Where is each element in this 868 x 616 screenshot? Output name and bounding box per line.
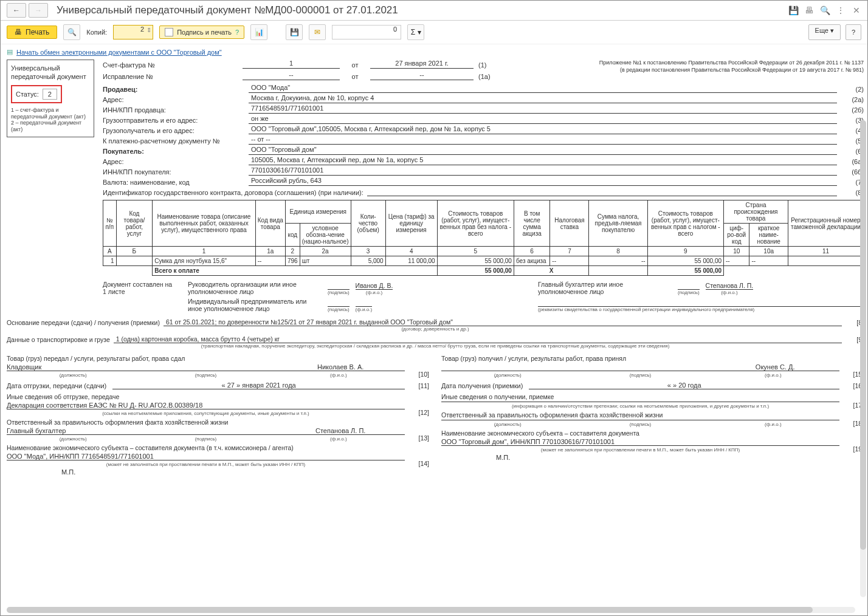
document-area: Универсальный передаточный документ Стат… bbox=[1, 60, 867, 615]
transfer-section: Товар (груз) передал / услуги, результат… bbox=[7, 355, 429, 476]
doc-type-label: Универсальный передаточный документ bbox=[11, 64, 90, 81]
mail-button[interactable]: ✉ bbox=[309, 24, 326, 40]
status-note: 1 – счет-фактура и передаточный документ… bbox=[11, 107, 90, 133]
status-box: Статус: 2 bbox=[11, 85, 62, 103]
status-value: 2 bbox=[43, 89, 57, 100]
chart-button[interactable]: 📊 bbox=[250, 24, 267, 40]
kebab-icon[interactable]: ⋮ bbox=[836, 5, 846, 15]
back-button[interactable]: ← bbox=[7, 3, 26, 18]
zoom-button[interactable]: 🔍 bbox=[63, 24, 80, 40]
forward-button[interactable]: → bbox=[29, 3, 48, 18]
window: ← → Универсальный передаточный документ … bbox=[0, 0, 868, 616]
receive-section: Товар (груз) получил / услуги, результат… bbox=[441, 355, 864, 476]
titlebar: ← → Универсальный передаточный документ … bbox=[1, 1, 867, 21]
sign-checkbox-icon bbox=[165, 28, 173, 36]
close-icon[interactable]: ✕ bbox=[852, 5, 861, 15]
number-input[interactable]: 0 bbox=[332, 25, 401, 39]
main-document: Счет-фактура № 1 от 27 января 2021 г. (1… bbox=[103, 60, 864, 315]
items-table: № п/п Код товара/ работ, услуг Наименова… bbox=[103, 200, 864, 276]
save-icon[interactable]: 💾 bbox=[788, 5, 798, 15]
print-button[interactable]: 🖶 Печать bbox=[7, 26, 57, 39]
toolbar: 🖶 Печать 🔍 Копий: 2 Подпись и печать ? 📊… bbox=[1, 21, 867, 44]
disk-button[interactable]: 💾 bbox=[286, 24, 303, 40]
copies-label: Копий: bbox=[86, 29, 107, 36]
table-row: 1Сумка для ноутбука 15,6"--796шт5,00011 … bbox=[103, 256, 864, 266]
window-title: Универсальный передаточный документ №МД0… bbox=[57, 4, 788, 16]
printer-icon: 🖶 bbox=[15, 28, 22, 36]
copies-input[interactable]: 2 bbox=[113, 25, 153, 39]
help-button[interactable]: ? bbox=[846, 24, 861, 40]
invoice-no: 1 bbox=[243, 60, 340, 69]
vertical-scrollbar[interactable] bbox=[860, 120, 866, 597]
edo-link[interactable]: Начать обмен электронными документами с … bbox=[16, 49, 222, 56]
edo-icon: ▤ bbox=[7, 48, 13, 56]
invoice-date: 27 января 2021 г. bbox=[370, 60, 474, 69]
linkbar: ▤ Начать обмен электронными документами … bbox=[1, 44, 867, 60]
help-icon: ? bbox=[235, 29, 239, 36]
more-button[interactable]: Еще ▾ bbox=[808, 24, 841, 40]
sign-print-button[interactable]: Подпись и печать ? bbox=[159, 26, 244, 39]
horizontal-scrollbar[interactable] bbox=[7, 607, 855, 613]
preview-icon[interactable]: 🔍 bbox=[820, 5, 830, 15]
sigma-button[interactable]: Σ ▾ bbox=[407, 24, 424, 40]
status-panel: Универсальный передаточный документ Стат… bbox=[7, 60, 94, 137]
print-icon[interactable]: 🖶 bbox=[804, 5, 814, 15]
